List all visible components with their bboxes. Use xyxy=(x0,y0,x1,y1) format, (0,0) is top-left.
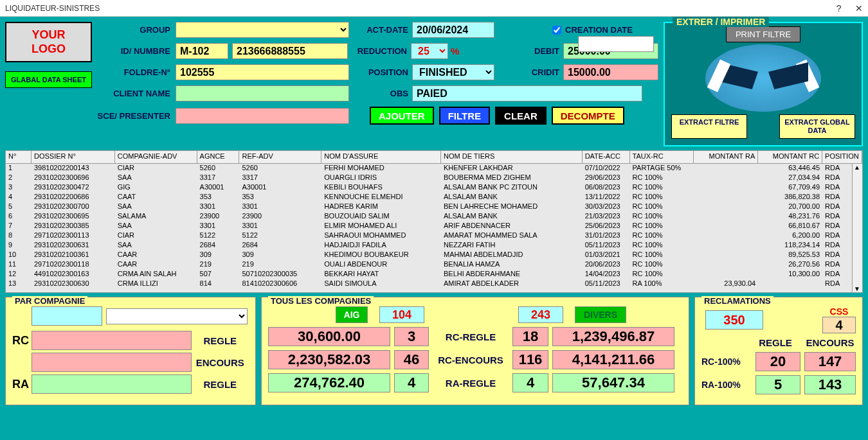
ra-regle-amt xyxy=(32,374,192,394)
logo-box: YOURLOGO xyxy=(5,22,92,62)
grid-header[interactable]: N° xyxy=(6,151,32,163)
ra-label: RA xyxy=(12,378,32,391)
filtre-button[interactable]: FILTRE xyxy=(439,107,490,125)
grid-header[interactable]: DOSSIER N° xyxy=(32,151,115,163)
reclamations-panel: RECLAMATIONS 350 CSS 4 REGLE ENCOURS RC-… xyxy=(694,297,863,405)
amt: 274,762.40 xyxy=(268,373,390,392)
table-row[interactable]: 139810202200143CIAR52605260FERHI MOHAMED… xyxy=(6,164,862,173)
amt2: 57,647.34 xyxy=(552,373,674,392)
creation-date-checkbox[interactable] xyxy=(552,26,561,35)
par-compagnie-panel: PAR COMPAGNIE RC REGLE ENCOURS RA REGLE xyxy=(5,297,256,405)
handshake-icon xyxy=(705,44,821,112)
ajouter-button[interactable]: AJOUTER xyxy=(370,107,434,125)
creation-date-field[interactable] xyxy=(578,36,654,52)
print-legend: EXTRER / IMPRIMER xyxy=(673,17,769,27)
print-filtre-button[interactable]: PRINT FILTRE xyxy=(726,26,800,42)
grid-header[interactable]: POSITION xyxy=(822,151,862,163)
close-icon[interactable]: ✕ xyxy=(855,3,863,13)
table-row[interactable]: 229310202300696SAA33173317OUARGLI IDRISB… xyxy=(6,173,862,183)
css-count: 4 xyxy=(822,317,856,333)
pc-select[interactable] xyxy=(106,308,248,324)
data-grid[interactable]: N°DOSSIER N°COMPAGNIE-ADVAGNCEREF-ADVNOM… xyxy=(5,150,863,293)
extract-global-button[interactable]: EXTRACT GLOBAL DATA xyxy=(779,114,855,139)
grid-header[interactable]: NOM DE TIERS xyxy=(441,151,583,163)
decompte-button[interactable]: DECOMPTE xyxy=(552,107,624,125)
sce-field[interactable] xyxy=(176,108,349,124)
par-compagnie-title: PAR COMPAGNIE xyxy=(12,296,87,306)
tous-title: TOUS LES COMPAGNIES xyxy=(268,296,374,306)
p3-row-label: RC-100% xyxy=(701,356,752,367)
glabal-data-sheet-button[interactable]: GLABAL DATA SHEET xyxy=(5,71,92,88)
table-row[interactable]: 829710202300113CIAR51225122SAHRAOUI MOHA… xyxy=(6,231,862,241)
grid-header[interactable]: COMPAGNIE-ADV xyxy=(115,151,197,163)
grid-header[interactable]: REF-ADV xyxy=(239,151,321,163)
creation-date-label: CREATION DATE xyxy=(565,25,633,35)
table-row[interactable]: 329310202300472GIGA30001A30001KEBILI BOU… xyxy=(6,183,862,193)
grid-scrollbar[interactable] xyxy=(852,164,862,292)
divers-count: 243 xyxy=(518,306,563,323)
grid-header[interactable]: DATE-ACC xyxy=(583,151,630,163)
cnt2: 4 xyxy=(512,373,548,392)
reduction-select[interactable]: 25 xyxy=(411,43,448,59)
regle-label-2: REGLE xyxy=(192,379,249,390)
grid-header[interactable]: MONTANT RA xyxy=(694,151,758,163)
amt: 2,230,582.03 xyxy=(268,350,390,369)
grid-header[interactable]: NOM D'ASSURE xyxy=(321,151,441,163)
cnt: 3 xyxy=(394,327,429,346)
divers-badge: DIVERS xyxy=(575,306,626,323)
pc-code-field[interactable] xyxy=(32,306,102,326)
rc-regle-amt xyxy=(32,331,192,350)
cridit-field[interactable]: 15000.00 xyxy=(563,64,658,80)
group-label: GROUP xyxy=(97,25,176,35)
p3-regle: 20 xyxy=(755,352,800,371)
id-field[interactable]: M-102 xyxy=(176,43,228,59)
actdate-field[interactable]: 20/06/2024 xyxy=(412,22,494,38)
grid-header[interactable]: AGNCE xyxy=(197,151,240,163)
regle-label: REGLE xyxy=(192,335,249,346)
sce-label: SCE/ PRESENTER xyxy=(97,111,176,121)
p3-encours: 147 xyxy=(804,352,856,371)
table-row[interactable]: 629310202300695SALAMA2390023900BOUZOUAID… xyxy=(6,212,862,222)
amt2: 4,141,211.66 xyxy=(552,350,674,369)
grid-header[interactable]: MONTANT RC xyxy=(758,151,822,163)
row-label: RA-REGLE xyxy=(433,378,509,389)
debit-label: DEBIT xyxy=(518,46,563,56)
table-row[interactable]: 1029310202100361CAAR309309KHEDIMOU BOUBA… xyxy=(6,251,862,260)
clear-button[interactable]: CLEAR xyxy=(495,107,547,125)
cnt2: 116 xyxy=(512,350,548,369)
amt: 30,600.00 xyxy=(268,327,390,346)
grid-header[interactable]: TAUX-RC xyxy=(630,151,694,163)
reduction-label: REDUCTION xyxy=(348,46,411,56)
table-row[interactable]: 429310202200686CAAT353353KENNOUCHE ELMEH… xyxy=(6,193,862,202)
table-row[interactable]: 929310202300631SAA26842684HADJAIDJI FADI… xyxy=(6,241,862,251)
client-label: CLIENT NAME xyxy=(97,89,176,98)
position-select[interactable]: FINISHED xyxy=(412,64,494,80)
client-field[interactable] xyxy=(176,85,349,101)
foldre-label: FOLDRE-N° xyxy=(97,67,176,77)
table-row[interactable]: 729310202300385SAA33013301ELMIR MOHAMED … xyxy=(6,222,862,231)
table-row[interactable]: 1244910202300163CRMA AIN SALAH5075071020… xyxy=(6,270,862,279)
table-row[interactable]: 1329310202300630CRMA ILLIZI8148141020230… xyxy=(6,279,862,289)
row-label: RC-ENCOURS xyxy=(433,355,509,365)
obs-label: OBS xyxy=(349,89,412,98)
cridit-label: CRIDIT xyxy=(518,67,563,77)
tous-compagnies-panel: TOUS LES COMPAGNIES AIG 104 243 DIVERS 3… xyxy=(261,297,689,405)
help-icon[interactable]: ? xyxy=(836,3,842,13)
p3-encours: 143 xyxy=(804,375,856,394)
group-select[interactable] xyxy=(176,22,349,38)
aig-count: 104 xyxy=(379,306,424,323)
actdate-label: ACT-DATE xyxy=(349,25,412,35)
table-row[interactable]: 529310202300700SAA33013301HADREB KARIMBE… xyxy=(6,202,862,212)
p3-row-label: RA-100% xyxy=(701,380,752,390)
table-row[interactable]: 1129710202300118CAAR219219OUALI ABDENOUR… xyxy=(6,260,862,270)
p3-regle: 5 xyxy=(755,375,800,394)
extract-filtre-button[interactable]: EXTRACT FILTRE xyxy=(671,114,747,139)
phone-field[interactable]: 213666888555 xyxy=(232,43,348,59)
foldre-field[interactable]: 102555 xyxy=(176,64,349,80)
p3-regle-label: REGLE xyxy=(753,337,798,348)
window-title: LIQUIDATEUR-SINISTRES xyxy=(5,4,825,13)
recl-title: RECLAMATIONS xyxy=(701,296,773,306)
css-label: CSS xyxy=(822,306,856,317)
obs-field[interactable]: PAIED xyxy=(412,85,642,101)
cnt: 46 xyxy=(394,350,429,369)
